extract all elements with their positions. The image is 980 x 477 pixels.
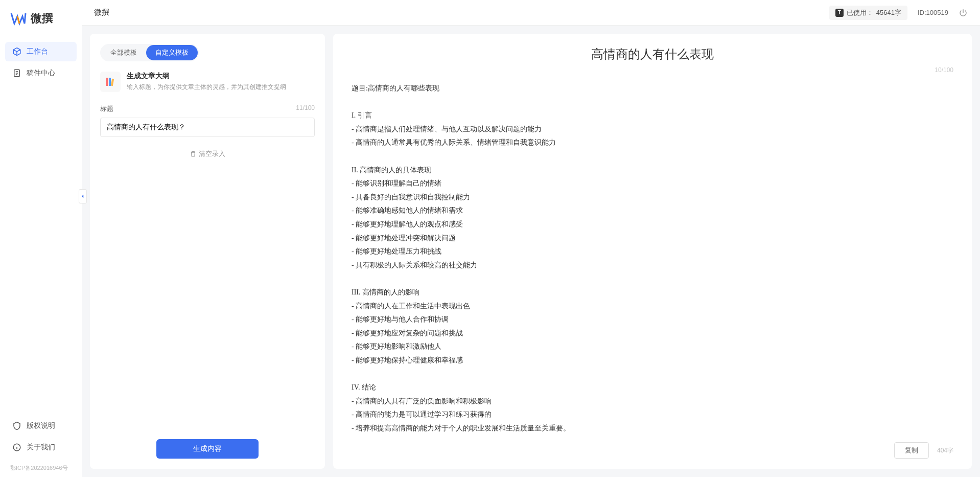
tab-custom-templates[interactable]: 自定义模板 <box>146 45 198 60</box>
logo: 微撰 <box>0 10 82 42</box>
shield-icon <box>12 421 21 430</box>
trash-icon <box>190 150 197 157</box>
cube-icon <box>12 47 21 56</box>
collapse-sidebar-button[interactable] <box>79 189 87 203</box>
field-label: 标题 <box>100 104 113 113</box>
panel-input: 全部模板 自定义模板 生成文章大纲 输入标题，为你提供文章主体的灵感，并为其创建… <box>90 34 325 469</box>
tabs: 全部模板 自定义模板 <box>100 44 199 61</box>
word-count: 404字 <box>937 446 953 455</box>
clear-label: 清空录入 <box>199 149 225 158</box>
nav-label: 工作台 <box>27 47 48 56</box>
tab-all-templates[interactable]: 全部模板 <box>101 45 146 60</box>
nav-item-workspace[interactable]: 工作台 <box>5 42 77 61</box>
info-icon <box>12 443 21 452</box>
topbar-right: T 已使用： 45641字 ID:100519 <box>829 6 968 20</box>
generate-button[interactable]: 生成内容 <box>156 439 259 459</box>
nav-item-copyright[interactable]: 版权说明 <box>5 416 77 436</box>
icp-footer: 鄂ICP备2022016946号 <box>0 464 82 477</box>
svg-rect-9 <box>111 79 114 86</box>
nav-item-drafts[interactable]: 稿件中心 <box>5 63 77 83</box>
user-id: ID:100519 <box>918 9 948 16</box>
content: 全部模板 自定义模板 生成文章大纲 输入标题，为你提供文章主体的灵感，并为其创建… <box>82 26 980 477</box>
clear-input-button[interactable]: 清空录入 <box>100 145 315 163</box>
usage-value: 45641字 <box>876 8 901 17</box>
nav-bottom: 版权说明 关于我们 <box>0 416 82 464</box>
nav-label: 版权说明 <box>27 421 55 430</box>
panel-left-bottom: 生成内容 <box>100 439 315 459</box>
template-title: 生成文章大纲 <box>127 72 315 81</box>
output-body: 题目:高情商的人有哪些表现 I. 引言 - 高情商是指人们处理情绪、与他人互动以… <box>352 82 953 435</box>
output-title: 高情商的人有什么表现 <box>352 46 953 62</box>
logo-text: 微撰 <box>31 11 53 26</box>
template-card: 生成文章大纲 输入标题，为你提供文章主体的灵感，并为其创建推文提纲 <box>100 72 315 92</box>
field-count: 11/100 <box>296 104 315 113</box>
nav-item-about[interactable]: 关于我们 <box>5 438 77 457</box>
doc-icon <box>12 69 21 78</box>
nav-label: 关于我们 <box>27 443 55 452</box>
page-title: 微撰 <box>94 8 109 17</box>
logo-icon <box>10 10 27 27</box>
panel-output: 高情商的人有什么表现 10/100 题目:高情商的人有哪些表现 I. 引言 - … <box>333 34 972 469</box>
nav-label: 稿件中心 <box>27 69 55 78</box>
chevron-left-icon <box>80 193 85 200</box>
usage-badge: T 已使用： 45641字 <box>829 6 907 20</box>
field-title: 标题 11/100 <box>100 104 315 137</box>
output-title-count: 10/100 <box>352 66 953 74</box>
field-header: 标题 11/100 <box>100 104 315 113</box>
title-input[interactable] <box>100 118 315 137</box>
sidebar: 微撰 工作台 稿件中心 版权说明 关于我们 鄂ICP备2022016946号 <box>0 0 82 477</box>
main: 微撰 T 已使用： 45641字 ID:100519 全部模板 自定义模板 <box>82 0 980 477</box>
usage-label: 已使用： <box>847 8 873 17</box>
nav-main: 工作台 稿件中心 <box>0 42 82 416</box>
power-icon[interactable] <box>959 8 968 17</box>
output-footer: 复制 404字 <box>894 442 953 459</box>
svg-rect-8 <box>109 78 111 86</box>
topbar: 微撰 T 已使用： 45641字 ID:100519 <box>82 0 980 26</box>
svg-rect-7 <box>106 78 108 86</box>
text-icon: T <box>835 9 844 17</box>
template-desc: 输入标题，为你提供文章主体的灵感，并为其创建推文提纲 <box>127 83 315 92</box>
books-icon <box>100 72 121 92</box>
template-info: 生成文章大纲 输入标题，为你提供文章主体的灵感，并为其创建推文提纲 <box>127 72 315 92</box>
copy-button[interactable]: 复制 <box>894 442 929 459</box>
